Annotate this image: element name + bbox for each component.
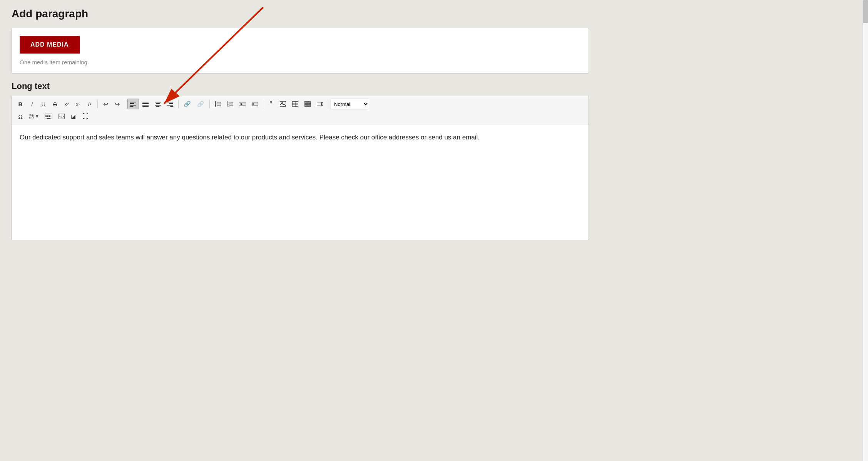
toolbar-sep-1 — [97, 100, 98, 108]
keyboard-button[interactable] — [42, 111, 55, 122]
scrollbar[interactable] — [863, 0, 868, 461]
align-right-button[interactable] — [164, 99, 176, 109]
remove-format-button[interactable]: Ix — [84, 99, 95, 109]
svg-point-16 — [215, 101, 216, 103]
editor-content-area[interactable]: Our dedicated support and sales teams wi… — [12, 124, 589, 240]
toolbar-sep-5 — [263, 100, 263, 108]
image-button[interactable] — [277, 99, 289, 109]
subscript-button[interactable]: x2 — [73, 99, 84, 109]
align-left-button[interactable] — [127, 99, 139, 109]
page-title: Add paragraph — [12, 8, 589, 20]
redo-button[interactable]: ↪ — [112, 99, 122, 109]
media-section: ADD MEDIA One media item remaining. — [12, 28, 589, 74]
source-button[interactable]: ◪ — [68, 111, 79, 122]
svg-point-18 — [215, 103, 216, 105]
svg-rect-50 — [47, 116, 49, 117]
show-blocks-button[interactable] — [302, 99, 313, 109]
add-media-button[interactable]: ADD MEDIA — [20, 36, 80, 54]
media-info-text: One media item remaining. — [20, 59, 581, 65]
toolbar-row-1: B I U S x2 x2 Ix — [15, 99, 585, 109]
scrollbar-thumb[interactable] — [863, 0, 868, 23]
outdent-button[interactable] — [237, 99, 248, 109]
undo-button[interactable]: ↩ — [100, 99, 111, 109]
format-select[interactable]: Normal Heading 1 Heading 2 Heading 3 Hea… — [331, 99, 369, 109]
editor-paragraph: Our dedicated support and sales teams wi… — [20, 132, 581, 142]
svg-text:</>: </> — [59, 115, 64, 118]
unlink-button[interactable]: 🔗 — [194, 99, 207, 109]
italic-button[interactable]: I — [27, 99, 37, 109]
svg-rect-46 — [45, 115, 47, 116]
indent-button[interactable] — [249, 99, 261, 109]
svg-rect-49 — [45, 116, 47, 117]
link-button[interactable]: 🔗 — [181, 99, 194, 109]
special-char-button[interactable]: Ω — [15, 111, 26, 122]
long-text-section: Long text B I U S — [12, 81, 589, 240]
svg-rect-44 — [317, 102, 321, 106]
align-center-button[interactable] — [152, 99, 164, 109]
long-text-label: Long text — [12, 81, 589, 91]
language-button[interactable]: 話 ▾ — [27, 111, 41, 122]
svg-rect-52 — [47, 118, 50, 119]
svg-rect-48 — [49, 115, 50, 116]
align-block-button[interactable] — [140, 99, 151, 109]
page-container: Add paragraph ADD MEDIA One media item r… — [12, 8, 589, 240]
blockquote-button[interactable]: " — [266, 99, 276, 109]
toolbar-sep-4 — [209, 100, 210, 108]
underline-button[interactable]: U — [38, 99, 49, 109]
svg-rect-51 — [49, 116, 50, 117]
rich-text-editor: B I U S x2 x2 Ix — [12, 96, 589, 240]
svg-point-20 — [215, 105, 216, 107]
svg-text:3.: 3. — [227, 105, 229, 107]
superscript-button[interactable]: x2 — [61, 99, 72, 109]
editor-toolbar: B I U S x2 x2 Ix — [12, 96, 589, 124]
source-view-button[interactable]: </> — [56, 111, 67, 122]
bullet-list-button[interactable] — [212, 99, 224, 109]
bold-button[interactable]: B — [15, 99, 26, 109]
strikethrough-button[interactable]: S — [50, 99, 60, 109]
table-button[interactable] — [289, 99, 301, 109]
toolbar-sep-3 — [178, 100, 179, 108]
svg-rect-47 — [47, 115, 49, 116]
toolbar-sep-6 — [328, 100, 328, 108]
numbered-list-button[interactable]: 1.2.3. — [224, 99, 236, 109]
fullscreen-button[interactable]: ⛶ — [80, 111, 91, 122]
toolbar-sep-2 — [125, 100, 125, 108]
toolbar-row-2: Ω 話 ▾ </> ◪ — [15, 111, 585, 122]
media-insert-button[interactable] — [314, 99, 326, 109]
